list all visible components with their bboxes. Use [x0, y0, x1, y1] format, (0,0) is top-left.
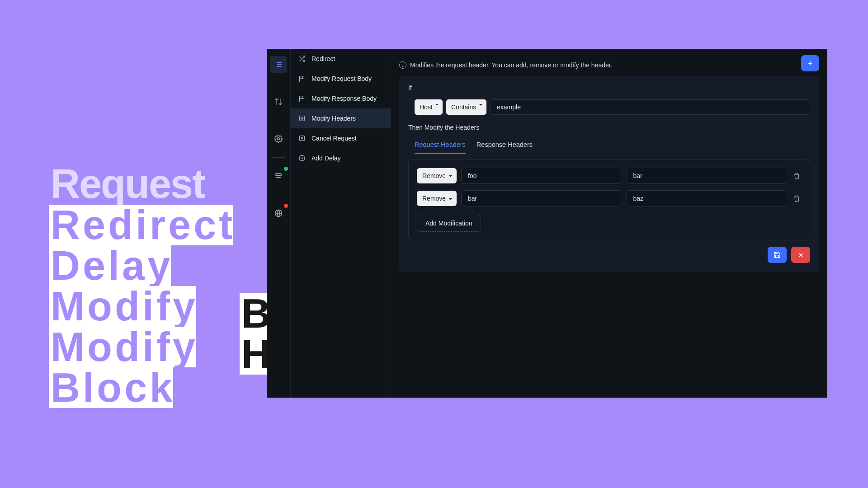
- rail-globe-icon[interactable]: [270, 205, 287, 222]
- modification-action-select[interactable]: Remove: [417, 191, 457, 206]
- modification-action-select[interactable]: Remove: [417, 168, 457, 183]
- then-label: Then Modify the Headers: [408, 124, 810, 131]
- add-modification-button[interactable]: Add Modification: [417, 215, 481, 232]
- modification-row: Remove: [417, 190, 802, 206]
- app-window: Redirect Modify Request Body Modify Resp…: [267, 49, 827, 398]
- rail-settings-icon[interactable]: [270, 130, 287, 147]
- condition-row: Host Contains: [408, 99, 810, 115]
- info-icon: i: [399, 61, 406, 69]
- rule-label: Redirect: [311, 55, 335, 62]
- rule-label: Cancel Request: [311, 135, 357, 142]
- rule-label: Modify Headers: [311, 115, 356, 122]
- svg-point-6: [278, 138, 280, 140]
- flag-icon: [298, 75, 306, 83]
- condition-label: If: [408, 84, 810, 91]
- rule-label: Modify Request Body: [311, 75, 372, 82]
- clock-icon: [298, 154, 306, 162]
- card-footer: [408, 247, 810, 263]
- rail-proxy-badge: [284, 167, 288, 171]
- cancel-button[interactable]: [791, 247, 810, 263]
- decor-heading: Request: [51, 164, 205, 204]
- modification-value-input[interactable]: [627, 168, 788, 184]
- condition-value-input[interactable]: [490, 99, 810, 115]
- decor-words-left: Redirect Delay Modify Modify Block: [49, 205, 233, 408]
- rule-modify-request-body[interactable]: Modify Request Body: [291, 69, 391, 89]
- description-row: i Modifies the request header. You can a…: [391, 61, 827, 76]
- rule-label: Modify Response Body: [311, 95, 377, 102]
- modification-key-input[interactable]: [461, 190, 622, 206]
- rule-redirect[interactable]: Redirect: [291, 49, 391, 69]
- delete-modification-button[interactable]: [792, 171, 802, 181]
- svg-line-12: [300, 56, 301, 58]
- rule-modify-response-body[interactable]: Modify Response Body: [291, 89, 391, 108]
- rail-divider: [272, 157, 285, 158]
- tab-request-headers[interactable]: Request Headers: [415, 138, 466, 154]
- modification-row: Remove: [417, 168, 802, 184]
- delete-modification-button[interactable]: [792, 193, 802, 203]
- header-icon: [298, 114, 306, 122]
- rule-modify-headers[interactable]: Modify Headers: [291, 108, 391, 128]
- modification-value-input[interactable]: [627, 190, 788, 206]
- rule-card: If Host Contains Then Modify the Headers…: [399, 76, 819, 272]
- flag-icon: [298, 94, 306, 103]
- rule-label: Add Delay: [311, 155, 341, 162]
- rail-rules-icon[interactable]: [270, 56, 287, 73]
- cancel-icon: [298, 134, 306, 142]
- condition-operator-select[interactable]: Contains: [446, 99, 486, 115]
- tab-response-headers[interactable]: Response Headers: [476, 138, 533, 154]
- icon-rail: [267, 49, 291, 398]
- shuffle-icon: [298, 55, 306, 63]
- rail-proxy-icon[interactable]: [270, 168, 287, 185]
- rule-add-delay[interactable]: Add Delay: [291, 148, 391, 168]
- rail-globe-badge: [284, 204, 288, 208]
- modifications-panel: Remove Remove: [408, 159, 810, 240]
- modification-key-input[interactable]: [461, 168, 622, 184]
- description-text: Modifies the request header. You can add…: [410, 61, 613, 69]
- save-button[interactable]: [768, 247, 787, 263]
- header-tabs: Request Headers Response Headers: [408, 138, 810, 154]
- rules-list: Redirect Modify Request Body Modify Resp…: [291, 49, 391, 398]
- svg-rect-7: [276, 174, 281, 176]
- rail-traffic-icon[interactable]: [270, 93, 287, 110]
- condition-type-select[interactable]: Host: [415, 99, 443, 115]
- main-panel: i Modifies the request header. You can a…: [391, 49, 827, 398]
- rule-cancel-request[interactable]: Cancel Request: [291, 128, 391, 148]
